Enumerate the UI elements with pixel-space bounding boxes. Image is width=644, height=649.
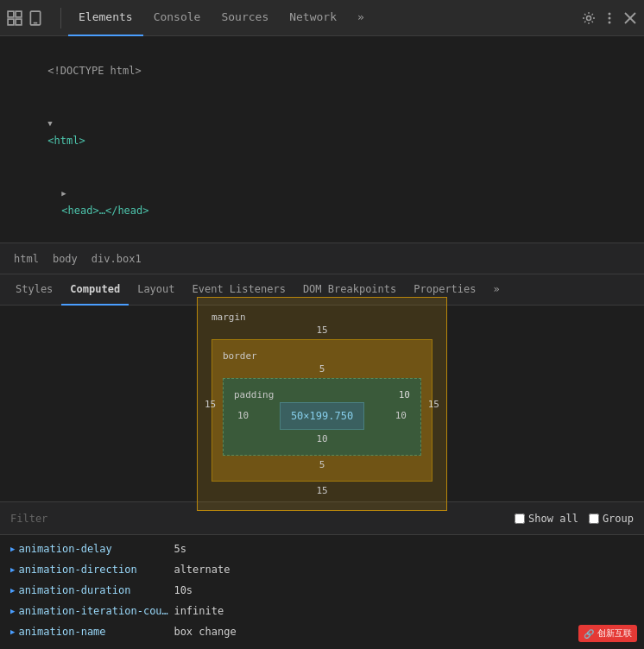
css-prop-row-animation-iteration[interactable]: ▶ animation-iteration-cou… infinite xyxy=(0,601,644,621)
prop-value-4: infinite xyxy=(174,605,224,617)
subtab-styles[interactable]: Styles xyxy=(7,274,61,306)
svg-point-6 xyxy=(587,16,591,20)
tab-sources[interactable]: Sources xyxy=(211,0,279,36)
toolbar-right-icons xyxy=(582,11,637,25)
box-padding: padding 10 10 50×199.750 10 10 xyxy=(223,378,421,456)
filter-input[interactable] xyxy=(10,513,504,525)
svg-rect-0 xyxy=(8,11,14,17)
subtab-more-2[interactable]: » xyxy=(485,274,508,306)
toolbar-icons-group xyxy=(7,10,43,26)
prop-name-3: animation-duration xyxy=(18,584,174,596)
padding-top-inline: 10 xyxy=(399,389,410,400)
border-label: border xyxy=(223,350,257,362)
border-top-value: 5 xyxy=(223,363,421,375)
showall-group: Show all xyxy=(515,513,578,525)
tab-more[interactable]: » xyxy=(347,0,375,36)
tab-console[interactable]: Console xyxy=(143,0,212,36)
prop-value-1: 5s xyxy=(174,543,186,555)
box-border: border 5 padding 10 10 50×199.750 10 xyxy=(212,339,432,482)
doctype-text: <!DOCTYPE html> xyxy=(47,65,141,77)
group-checkbox[interactable] xyxy=(589,514,599,524)
svg-point-7 xyxy=(609,12,611,15)
close-icon[interactable] xyxy=(623,11,637,25)
prop-triangle-1: ▶ xyxy=(10,545,15,553)
breadcrumb-html[interactable]: html xyxy=(10,251,42,267)
css-prop-row-animation-delay[interactable]: ▶ animation-delay 5s xyxy=(0,539,644,559)
settings-icon[interactable] xyxy=(582,11,596,25)
watermark-text: 创新互联 xyxy=(597,627,632,640)
device-icon[interactable] xyxy=(28,10,43,26)
subtab-layout[interactable]: Layout xyxy=(129,274,183,306)
svg-point-9 xyxy=(609,21,611,23)
svg-rect-2 xyxy=(8,19,14,25)
css-prop-row-animation-name[interactable]: ▶ animation-name box change xyxy=(0,621,644,642)
dom-tree-panel: <!DOCTYPE html> <html> <head>…</head> <b… xyxy=(0,36,644,243)
padding-left-value: 10 xyxy=(234,410,252,421)
more-icon[interactable] xyxy=(603,11,616,25)
dom-html-open-line[interactable]: <html> xyxy=(10,97,634,167)
breadcrumb-body[interactable]: body xyxy=(49,251,81,267)
head-triangle xyxy=(61,184,72,202)
svg-rect-1 xyxy=(16,11,22,17)
tab-network[interactable]: Network xyxy=(279,0,347,36)
prop-name-1: animation-delay xyxy=(18,543,174,555)
css-properties-list: ▶ animation-delay 5s ▶ animation-directi… xyxy=(0,535,644,649)
margin-label: margin xyxy=(212,312,246,323)
padding-sides: 10 50×199.750 10 xyxy=(234,402,410,430)
group-label: Group xyxy=(603,513,634,525)
showall-label: Show all xyxy=(528,513,578,525)
inspect-icon[interactable] xyxy=(7,10,22,26)
box-margin: margin 15 border 5 padding 10 10 xyxy=(197,297,447,511)
prop-triangle-4: ▶ xyxy=(10,607,15,615)
prop-name-5: animation-name xyxy=(18,626,174,638)
html-triangle xyxy=(47,114,58,132)
css-prop-row-animation-duration[interactable]: ▶ animation-duration 10s xyxy=(0,580,644,601)
dom-head-line[interactable]: <head>…</head> xyxy=(10,167,634,236)
css-prop-row-animation-direction[interactable]: ▶ animation-direction alternate xyxy=(0,559,644,580)
tab-elements[interactable]: Elements xyxy=(68,0,143,36)
group-group: Group xyxy=(589,513,634,525)
padding-label: padding xyxy=(234,389,274,400)
devtools-window: Elements Console Sources Network » xyxy=(0,0,644,649)
prop-triangle-3: ▶ xyxy=(10,586,15,595)
margin-top-value: 15 xyxy=(212,324,432,336)
prop-triangle-2: ▶ xyxy=(10,565,15,574)
main-tabs: Elements Console Sources Network » xyxy=(68,0,582,36)
prop-value-5: box change xyxy=(174,626,236,638)
border-bottom-value: 5 xyxy=(223,459,421,470)
dom-body-open-line[interactable]: <body> xyxy=(10,236,634,243)
prop-name-2: animation-direction xyxy=(18,564,174,576)
showall-checkbox[interactable] xyxy=(515,514,525,524)
padding-bottom-value: 10 xyxy=(234,433,410,444)
prop-name-4: animation-iteration-cou… xyxy=(18,605,174,617)
subtab-computed[interactable]: Computed xyxy=(61,274,129,306)
watermark-icon: 🔗 xyxy=(584,629,594,639)
padding-right-value: 10 xyxy=(392,410,410,421)
box-content[interactable]: 50×199.750 xyxy=(280,402,364,430)
breadcrumb-bar: html body div.box1 xyxy=(0,243,644,274)
prop-triangle-5: ▶ xyxy=(10,627,15,636)
prop-value-3: 10s xyxy=(174,584,193,596)
dom-doctype-line: <!DOCTYPE html> xyxy=(10,45,634,97)
breadcrumb-div[interactable]: div.box1 xyxy=(88,251,145,267)
svg-point-8 xyxy=(609,16,611,19)
prop-value-2: alternate xyxy=(174,564,230,576)
margin-bottom-value: 15 xyxy=(212,485,432,496)
main-toolbar: Elements Console Sources Network » xyxy=(0,0,644,36)
toolbar-divider xyxy=(60,8,61,28)
boxmodel-panel: margin 15 border 5 padding 10 10 xyxy=(0,306,644,502)
watermark: 🔗 创新互联 xyxy=(578,625,637,642)
svg-rect-3 xyxy=(16,19,22,25)
